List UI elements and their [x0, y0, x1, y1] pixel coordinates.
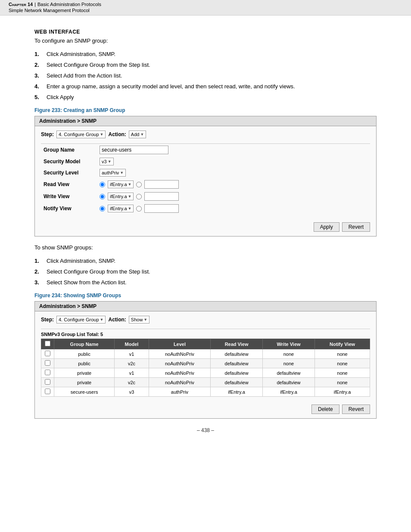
cell-model: v2c: [115, 378, 149, 387]
read-view-radio-alt[interactable]: [136, 182, 142, 187]
figure234-step-row: Step: 4. Configure Group ▼ Action: Show …: [41, 316, 370, 324]
select-all-checkbox[interactable]: [45, 341, 50, 346]
cell-group-name: private: [54, 368, 115, 378]
read-view-radio-selected[interactable]: [100, 182, 105, 187]
read-view-value: ifEntry.a: [110, 182, 127, 187]
step-num: 3.: [34, 72, 47, 79]
cell-read-view: defaultview: [211, 378, 263, 387]
cell-read-view: defaultview: [211, 349, 263, 359]
notify-view-text-input[interactable]: [144, 204, 179, 213]
read-view-label: Read View: [41, 178, 97, 190]
chevron-down-icon: ▼: [100, 317, 104, 322]
row-checkbox[interactable]: [45, 379, 50, 385]
col-read-view: Read View: [211, 339, 263, 349]
cell-model: v1: [115, 368, 149, 378]
notify-view-radio-selected[interactable]: [100, 206, 105, 212]
row-checkbox[interactable]: [45, 360, 50, 366]
step-num: 1.: [34, 258, 47, 264]
form-row-read-view: Read View ifEntry.a ▼: [41, 178, 370, 190]
col-model: Model: [115, 339, 149, 349]
header-separator: |: [34, 2, 36, 7]
delete-button[interactable]: Delete: [311, 404, 339, 414]
action-dropdown[interactable]: Show ▼: [129, 316, 149, 324]
table-row: private v1 noAuthNoPriv defaultview defa…: [41, 368, 370, 378]
cell-write-view: ifEntry.a: [262, 387, 314, 397]
group-name-label: Group Name: [41, 144, 97, 156]
notify-view-radio-alt[interactable]: [136, 206, 142, 212]
security-model-value: v3: [102, 159, 107, 164]
row-checkbox[interactable]: [45, 351, 50, 356]
cell-write-view: none: [262, 359, 314, 368]
read-view-dropdown[interactable]: ifEntry.a ▼: [108, 180, 134, 188]
step-text: Select Configure Group from the Step lis…: [47, 62, 377, 68]
form-row-write-view: Write View ifEntry.a ▼: [41, 190, 370, 202]
cell-read-view: defaultview: [211, 368, 263, 378]
cell-level: authPriv: [149, 387, 211, 397]
security-level-value: authPriv: [102, 170, 119, 175]
step-dropdown-value: 4. Configure Group: [59, 317, 99, 322]
action-dropdown[interactable]: Add ▼: [129, 131, 146, 138]
step-num: 1.: [34, 51, 47, 57]
cell-group-name: public: [54, 349, 115, 359]
write-view-text-input[interactable]: [144, 192, 179, 201]
apply-button[interactable]: Apply: [314, 222, 339, 232]
security-level-dropdown[interactable]: authPriv ▼: [100, 169, 126, 177]
notify-view-radio-group: ifEntry.a ▼: [100, 204, 367, 213]
step-dropdown[interactable]: 4. Configure Group ▼: [56, 131, 106, 138]
read-view-radio-group: ifEntry.a ▼: [100, 180, 367, 189]
step-num: 2.: [34, 62, 47, 68]
step-text: Select Show from the Action list.: [47, 279, 377, 286]
step-text: Select Configure Group from the Step lis…: [47, 268, 377, 275]
notify-view-dropdown[interactable]: ifEntry.a ▼: [108, 205, 134, 212]
figure233-step-row: Step: 4. Configure Group ▼ Action: Add ▼: [41, 131, 370, 138]
cell-group-name: private: [54, 378, 115, 387]
cell-notify-view: none: [315, 349, 370, 359]
step-dropdown[interactable]: 4. Configure Group ▼: [56, 316, 106, 324]
cell-model: v3: [115, 387, 149, 397]
table-row: public v1 noAuthNoPriv defaultview none …: [41, 349, 370, 359]
write-view-dropdown[interactable]: ifEntry.a ▼: [108, 193, 134, 200]
figure233-panel-title: Administration > SNMP: [35, 116, 376, 126]
cell-model: v1: [115, 349, 149, 359]
cell-write-view: defaultview: [262, 378, 314, 387]
cell-read-view: ifEntry.a: [211, 387, 263, 397]
write-view-radio-alt[interactable]: [136, 194, 142, 199]
step-text: Click Administration, SNMP.: [47, 51, 377, 57]
security-model-dropdown[interactable]: v3 ▼: [100, 158, 114, 165]
security-level-label: Security Level: [41, 167, 97, 178]
chevron-down-icon: ▼: [128, 194, 132, 199]
step-num: 5.: [34, 94, 47, 100]
read-view-text-input[interactable]: [144, 180, 179, 189]
figure234-caption: Figure 234: Showing SNMP Groups: [34, 292, 377, 299]
action-label: Action:: [108, 317, 126, 323]
cell-level: noAuthNoPriv: [149, 368, 211, 378]
action-dropdown-value: Show: [131, 317, 143, 322]
cell-notify-view: ifEntry.a: [315, 387, 370, 397]
row-checkbox[interactable]: [45, 389, 50, 394]
cell-notify-view: none: [315, 368, 370, 378]
row-checkbox[interactable]: [45, 370, 50, 375]
notify-view-label: Notify View: [41, 202, 97, 215]
table-row: secure-users v3 authPriv ifEntry.a ifEnt…: [41, 387, 370, 397]
write-view-radio-selected[interactable]: [100, 194, 105, 199]
chevron-down-icon: ▼: [143, 317, 147, 322]
header-title: Basic Administration Protocols: [37, 2, 101, 7]
step-num: 2.: [34, 268, 47, 275]
cell-notify-view: none: [315, 359, 370, 368]
step-label: Step:: [41, 317, 54, 323]
cell-read-view: defaultview: [211, 359, 263, 368]
chevron-down-icon: ▼: [100, 132, 104, 137]
cell-write-view: defaultview: [262, 368, 314, 378]
step-item: 1. Click Administration, SNMP.: [34, 258, 377, 264]
step-text: Select Add from the Action list.: [47, 72, 377, 79]
revert-button[interactable]: Revert: [342, 404, 370, 414]
group-name-input[interactable]: [100, 146, 168, 154]
cell-level: noAuthNoPriv: [149, 349, 211, 359]
notify-view-value: ifEntry.a: [110, 206, 127, 211]
write-view-value: ifEntry.a: [110, 194, 127, 199]
chevron-down-icon: ▼: [140, 132, 144, 137]
step-label: Step:: [41, 131, 54, 137]
cell-level: noAuthNoPriv: [149, 359, 211, 368]
form-row-group-name: Group Name: [41, 144, 370, 156]
revert-button[interactable]: Revert: [342, 222, 370, 232]
